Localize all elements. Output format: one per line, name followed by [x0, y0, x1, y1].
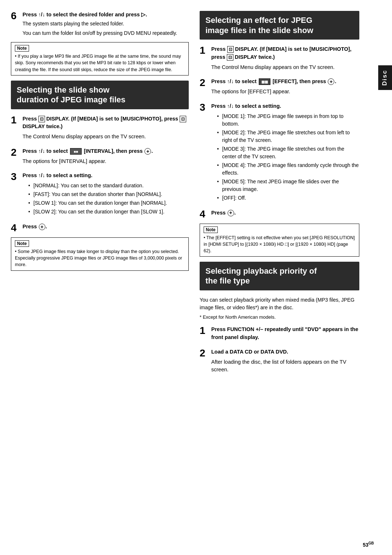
section2-step1-heading: Press ⊡ DISPLAY. (If [MEDIA] is set to […	[211, 46, 351, 60]
bullet-item: [MODE 4]: The JPEG image files randomly …	[217, 162, 359, 177]
section1-title: Selecting the slide show duration of JPE…	[17, 85, 183, 105]
note-label-2: Note	[15, 240, 29, 247]
section3-step2-number: 2	[200, 348, 208, 358]
bullet-item: [MODE 2]: The JPEG image file stretches …	[217, 129, 359, 144]
section1-step-4: 4 Press +.	[11, 223, 189, 233]
section3-step1-number: 1	[200, 326, 208, 336]
section2-step3-bullets: [MODE 1]: The JPEG image file sweeps in …	[217, 113, 359, 202]
interval-icon: ■■	[70, 148, 82, 155]
note-text-2: • Some JPEG image files may take longer …	[15, 248, 185, 268]
effect-icon: ▦▦	[259, 78, 270, 85]
left-column: 6 Press ↑/↓ to select the desired folder…	[11, 11, 189, 544]
section2-step-2: 2 Press ↑/↓ to select ▦▦ [EFFECT], then …	[200, 78, 359, 98]
section2-step1-number: 1	[200, 45, 208, 56]
section3-header: Selecting playback priority of the file …	[200, 262, 359, 290]
bullet-item: [FAST]: You can set the duration shorter…	[28, 191, 189, 198]
section1-step1-heading: Press ⊡ DISPLAY. (If [MEDIA] is set to […	[23, 116, 186, 130]
bullet-item: [MODE 5]: The next JPEG image file slide…	[217, 178, 359, 193]
section1-step2-number: 2	[11, 147, 19, 158]
note-label-3: Note	[204, 227, 218, 233]
section3-intro: You can select playback priority when mi…	[200, 296, 359, 311]
plus-circle-3: +	[328, 78, 334, 85]
section2-header: Selecting an effect for JPEG image files…	[200, 11, 359, 40]
bullet-item: [OFF]: Off.	[217, 194, 359, 202]
section2-step4-number: 4	[200, 209, 208, 219]
section1-step2-heading: Press ↑/↓ to select ■■ [INTERVAL], then …	[23, 148, 153, 154]
section2-step1-desc: The Control Menu display appears on the …	[211, 64, 359, 72]
section2-step2-number: 2	[200, 78, 208, 88]
section2-step1-content: Press ⊡ DISPLAY. (If [MEDIA] is set to […	[211, 45, 359, 73]
section2-step3-content: Press ↑/↓ to select a setting. [MODE 1]:…	[211, 102, 359, 205]
section3-step2-desc: After loading the disc, the list of fold…	[211, 358, 359, 374]
plus-circle-4: +	[228, 210, 234, 216]
section1-step4-content: Press +.	[23, 223, 189, 233]
section2-step-4: 4 Press +.	[200, 209, 359, 219]
plus-circle-2: +	[39, 224, 45, 230]
bullet-item: [MODE 3]: The JPEG image file stretches …	[217, 145, 359, 160]
section1-step1-number: 1	[11, 115, 19, 125]
note-text-3: • The [EFFECT] setting is not effective …	[204, 234, 355, 254]
step-6-heading: Press ↑/↓ to select the desired folder a…	[23, 12, 147, 17]
section2-title: Selecting an effect for JPEG image files…	[205, 15, 354, 35]
section2-step2-heading: Press ↑/↓ to select ▦▦ [EFFECT], then pr…	[211, 78, 336, 84]
note-box-2: Note • Some JPEG image files may take lo…	[11, 237, 189, 270]
section1-step4-heading: Press +.	[23, 224, 47, 229]
bullet-item: [NORMAL]: You can set to the standard du…	[28, 182, 189, 189]
section3-step-1: 1 Press FUNCTION +/– repeatedly until "D…	[200, 326, 359, 344]
section2-step4-content: Press +.	[211, 209, 359, 219]
intro-step-6: 6 Press ↑/↓ to select the desired folder…	[11, 11, 189, 37]
page-number: 53GB	[363, 541, 374, 548]
note-box-3: Note • The [EFFECT] setting is not effec…	[200, 224, 359, 257]
section2-step-3: 3 Press ↑/↓ to select a setting. [MODE 1…	[200, 102, 359, 205]
section2-step2-content: Press ↑/↓ to select ▦▦ [EFFECT], then pr…	[211, 78, 359, 98]
section1-step1-content: Press ⊡ DISPLAY. (If [MEDIA] is set to […	[23, 115, 189, 143]
section3-step2-heading: Load a DATA CD or DATA DVD.	[211, 349, 288, 355]
bullet-item: [SLOW 2]: You can set the duration longe…	[28, 208, 189, 216]
section1-step3-number: 3	[11, 172, 19, 182]
section1-step3-heading: Press ↑/↓ to select a setting.	[23, 172, 93, 178]
section2-step4-heading: Press +.	[211, 210, 236, 216]
section1-step-3: 3 Press ↑/↓ to select a setting. [NORMAL…	[11, 172, 189, 219]
section1-step1-desc: The Control Menu display appears on the …	[23, 133, 189, 141]
section1-step3-bullets: [NORMAL]: You can set to the standard du…	[28, 182, 189, 216]
section2-step2-desc: The options for [EFFECT] appear.	[211, 88, 359, 96]
bullet-item: [MODE 1]: The JPEG image file sweeps in …	[217, 113, 359, 128]
step-6-sub2: You can turn the folder list on/off by p…	[23, 29, 177, 37]
section2-step3-heading: Press ↑/↓ to select a setting.	[211, 103, 281, 109]
section1-step2-content: Press ↑/↓ to select ■■ [INTERVAL], then …	[23, 147, 189, 168]
plus-circle-1: +	[144, 148, 151, 155]
step-6-content: Press ↑/↓ to select the desired folder a…	[23, 11, 177, 37]
section1-step-2: 2 Press ↑/↓ to select ■■ [INTERVAL], the…	[11, 147, 189, 168]
page: Disc 6 Press ↑/↓ to select the desired f…	[0, 0, 392, 555]
section1-step2-desc: The options for [INTERVAL] appear.	[23, 158, 189, 166]
bullet-item: [SLOW 1]: You can set the duration longe…	[28, 199, 189, 207]
section1-step4-number: 4	[11, 223, 19, 233]
section2-step-1: 1 Press ⊡ DISPLAY. (If [MEDIA] is set to…	[200, 45, 359, 73]
note-label-1: Note	[15, 45, 29, 52]
section1-step3-content: Press ↑/↓ to select a setting. [NORMAL]:…	[23, 172, 189, 219]
section3-step-2: 2 Load a DATA CD or DATA DVD. After load…	[200, 348, 359, 376]
section1-header: Selecting the slide show duration of JPE…	[11, 81, 189, 109]
section3-step1-heading: Press FUNCTION +/– repeatedly until "DVD…	[211, 326, 358, 340]
section3-footnote: * Except for North American models.	[200, 314, 359, 321]
step-6-number: 6	[11, 11, 19, 21]
step-6-sub1: The system starts playing the selected f…	[23, 20, 177, 28]
section1-step-1: 1 Press ⊡ DISPLAY. (If [MEDIA] is set to…	[11, 115, 189, 143]
section3-step1-content: Press FUNCTION +/– repeatedly until "DVD…	[211, 326, 359, 344]
note-text-1: • If you play a large MP3 file and JPEG …	[15, 53, 185, 73]
side-tab: Disc	[378, 65, 392, 90]
section2-step3-number: 3	[200, 102, 208, 113]
section3-step2-content: Load a DATA CD or DATA DVD. After loadin…	[211, 348, 359, 376]
note-box-1: Note • If you play a large MP3 file and …	[11, 42, 189, 75]
right-column: Selecting an effect for JPEG image files…	[200, 11, 377, 544]
section3-title: Selecting playback priority of the file …	[205, 266, 354, 286]
